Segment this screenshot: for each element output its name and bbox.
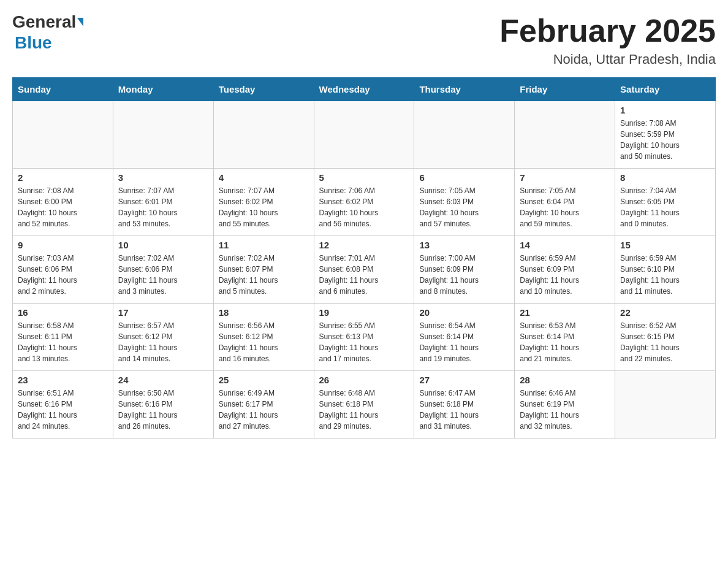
col-thursday: Thursday	[414, 78, 515, 101]
day-number: 25	[219, 375, 309, 385]
table-row: 27Sunrise: 6:47 AM Sunset: 6:18 PM Dayli…	[414, 371, 515, 439]
table-row: 7Sunrise: 7:05 AM Sunset: 6:04 PM Daylig…	[515, 169, 615, 236]
day-number: 19	[319, 307, 409, 318]
day-info: Sunrise: 6:48 AM Sunset: 6:18 PM Dayligh…	[319, 388, 409, 432]
day-info: Sunrise: 6:53 AM Sunset: 6:14 PM Dayligh…	[520, 320, 610, 364]
table-row: 10Sunrise: 7:02 AM Sunset: 6:06 PM Dayli…	[113, 236, 213, 304]
day-info: Sunrise: 6:57 AM Sunset: 6:12 PM Dayligh…	[118, 320, 208, 364]
calendar-header-row: Sunday Monday Tuesday Wednesday Thursday…	[13, 78, 716, 101]
day-info: Sunrise: 6:59 AM Sunset: 6:10 PM Dayligh…	[620, 253, 710, 297]
day-info: Sunrise: 6:49 AM Sunset: 6:17 PM Dayligh…	[219, 388, 309, 432]
day-number: 8	[620, 172, 710, 183]
table-row: 17Sunrise: 6:57 AM Sunset: 6:12 PM Dayli…	[113, 304, 213, 371]
table-row: 5Sunrise: 7:06 AM Sunset: 6:02 PM Daylig…	[314, 169, 414, 236]
day-info: Sunrise: 7:05 AM Sunset: 6:03 PM Dayligh…	[419, 185, 509, 229]
logo-general-text: General	[12, 12, 76, 32]
table-row: 9Sunrise: 7:03 AM Sunset: 6:06 PM Daylig…	[13, 236, 113, 304]
day-info: Sunrise: 6:46 AM Sunset: 6:19 PM Dayligh…	[520, 388, 610, 432]
table-row	[13, 101, 113, 169]
table-row: 20Sunrise: 6:54 AM Sunset: 6:14 PM Dayli…	[414, 304, 515, 371]
day-info: Sunrise: 6:54 AM Sunset: 6:14 PM Dayligh…	[419, 320, 509, 364]
day-info: Sunrise: 7:05 AM Sunset: 6:04 PM Dayligh…	[520, 185, 610, 229]
day-number: 15	[620, 240, 710, 250]
day-number: 22	[620, 307, 710, 318]
day-number: 14	[520, 240, 610, 250]
day-info: Sunrise: 7:04 AM Sunset: 6:05 PM Dayligh…	[620, 185, 710, 229]
table-row: 6Sunrise: 7:05 AM Sunset: 6:03 PM Daylig…	[414, 169, 515, 236]
logo-arrow-icon	[77, 18, 83, 26]
day-info: Sunrise: 6:55 AM Sunset: 6:13 PM Dayligh…	[319, 320, 409, 364]
table-row: 19Sunrise: 6:55 AM Sunset: 6:13 PM Dayli…	[314, 304, 414, 371]
table-row: 23Sunrise: 6:51 AM Sunset: 6:16 PM Dayli…	[13, 371, 113, 439]
day-info: Sunrise: 7:00 AM Sunset: 6:09 PM Dayligh…	[419, 253, 509, 297]
table-row	[314, 101, 414, 169]
table-row: 1Sunrise: 7:08 AM Sunset: 5:59 PM Daylig…	[615, 101, 716, 169]
col-tuesday: Tuesday	[213, 78, 314, 101]
col-saturday: Saturday	[615, 78, 716, 101]
day-info: Sunrise: 6:52 AM Sunset: 6:15 PM Dayligh…	[620, 320, 710, 364]
table-row: 24Sunrise: 6:50 AM Sunset: 6:16 PM Dayli…	[113, 371, 213, 439]
day-number: 1	[620, 105, 710, 115]
calendar-title: February 2025	[499, 12, 716, 49]
table-row: 22Sunrise: 6:52 AM Sunset: 6:15 PM Dayli…	[615, 304, 716, 371]
day-info: Sunrise: 6:47 AM Sunset: 6:18 PM Dayligh…	[419, 388, 509, 432]
col-monday: Monday	[113, 78, 213, 101]
day-info: Sunrise: 7:02 AM Sunset: 6:06 PM Dayligh…	[118, 253, 208, 297]
day-number: 18	[219, 307, 309, 318]
day-info: Sunrise: 7:02 AM Sunset: 6:07 PM Dayligh…	[219, 253, 309, 297]
table-row: 2Sunrise: 7:08 AM Sunset: 6:00 PM Daylig…	[13, 169, 113, 236]
table-row: 26Sunrise: 6:48 AM Sunset: 6:18 PM Dayli…	[314, 371, 414, 439]
day-number: 4	[219, 172, 309, 183]
day-info: Sunrise: 7:03 AM Sunset: 6:06 PM Dayligh…	[18, 253, 108, 297]
day-number: 3	[118, 172, 208, 183]
day-number: 16	[18, 307, 108, 318]
table-row: 21Sunrise: 6:53 AM Sunset: 6:14 PM Dayli…	[515, 304, 615, 371]
day-info: Sunrise: 6:50 AM Sunset: 6:16 PM Dayligh…	[118, 388, 208, 432]
day-number: 13	[419, 240, 509, 250]
day-number: 2	[18, 172, 108, 183]
logo: General Blue	[12, 12, 83, 53]
day-number: 17	[118, 307, 208, 318]
day-number: 9	[18, 240, 108, 250]
day-info: Sunrise: 7:07 AM Sunset: 6:01 PM Dayligh…	[118, 185, 208, 229]
title-block: February 2025 Noida, Uttar Pradesh, Indi…	[499, 12, 716, 67]
day-number: 5	[319, 172, 409, 183]
day-number: 27	[419, 375, 509, 385]
col-wednesday: Wednesday	[314, 78, 414, 101]
page-header: General Blue February 2025 Noida, Uttar …	[12, 12, 716, 67]
calendar-table: Sunday Monday Tuesday Wednesday Thursday…	[12, 77, 716, 439]
table-row: 8Sunrise: 7:04 AM Sunset: 6:05 PM Daylig…	[615, 169, 716, 236]
table-row	[515, 101, 615, 169]
day-info: Sunrise: 7:06 AM Sunset: 6:02 PM Dayligh…	[319, 185, 409, 229]
day-info: Sunrise: 6:56 AM Sunset: 6:12 PM Dayligh…	[219, 320, 309, 364]
table-row: 14Sunrise: 6:59 AM Sunset: 6:09 PM Dayli…	[515, 236, 615, 304]
col-friday: Friday	[515, 78, 615, 101]
day-info: Sunrise: 7:08 AM Sunset: 5:59 PM Dayligh…	[620, 118, 710, 162]
logo-blue-text: Blue	[15, 33, 52, 52]
day-info: Sunrise: 7:01 AM Sunset: 6:08 PM Dayligh…	[319, 253, 409, 297]
table-row: 13Sunrise: 7:00 AM Sunset: 6:09 PM Dayli…	[414, 236, 515, 304]
day-info: Sunrise: 6:59 AM Sunset: 6:09 PM Dayligh…	[520, 253, 610, 297]
table-row: 18Sunrise: 6:56 AM Sunset: 6:12 PM Dayli…	[213, 304, 314, 371]
day-number: 21	[520, 307, 610, 318]
day-number: 11	[219, 240, 309, 250]
calendar-week-row: 2Sunrise: 7:08 AM Sunset: 6:00 PM Daylig…	[13, 169, 716, 236]
day-info: Sunrise: 7:07 AM Sunset: 6:02 PM Dayligh…	[219, 185, 309, 229]
table-row	[615, 371, 716, 439]
calendar-week-row: 16Sunrise: 6:58 AM Sunset: 6:11 PM Dayli…	[13, 304, 716, 371]
table-row	[414, 101, 515, 169]
table-row	[113, 101, 213, 169]
table-row: 3Sunrise: 7:07 AM Sunset: 6:01 PM Daylig…	[113, 169, 213, 236]
table-row: 4Sunrise: 7:07 AM Sunset: 6:02 PM Daylig…	[213, 169, 314, 236]
col-sunday: Sunday	[13, 78, 113, 101]
table-row	[213, 101, 314, 169]
day-number: 24	[118, 375, 208, 385]
day-number: 28	[520, 375, 610, 385]
table-row: 12Sunrise: 7:01 AM Sunset: 6:08 PM Dayli…	[314, 236, 414, 304]
table-row: 28Sunrise: 6:46 AM Sunset: 6:19 PM Dayli…	[515, 371, 615, 439]
day-number: 12	[319, 240, 409, 250]
day-number: 20	[419, 307, 509, 318]
calendar-week-row: 23Sunrise: 6:51 AM Sunset: 6:16 PM Dayli…	[13, 371, 716, 439]
table-row: 15Sunrise: 6:59 AM Sunset: 6:10 PM Dayli…	[615, 236, 716, 304]
day-info: Sunrise: 6:51 AM Sunset: 6:16 PM Dayligh…	[18, 388, 108, 432]
